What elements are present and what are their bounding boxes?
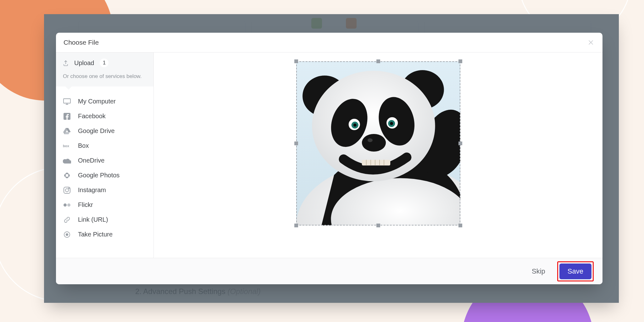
source-item-label: OneDrive <box>78 157 104 164</box>
preview-area <box>154 53 602 258</box>
source-item-link[interactable]: Link (URL) <box>56 212 153 227</box>
crop-handle-br[interactable] <box>458 224 462 227</box>
instagram-icon <box>63 187 71 194</box>
source-list: My ComputerFacebookGoogle DriveboxBoxOne… <box>56 86 153 244</box>
link-icon <box>63 216 71 223</box>
crop-handle-ml[interactable] <box>294 142 298 145</box>
gdrive-icon <box>63 128 71 135</box>
source-item-facebook[interactable]: Facebook <box>56 109 153 124</box>
source-item-gphotos[interactable]: Google Photos <box>56 168 153 183</box>
crop-handle-tl[interactable] <box>294 59 298 63</box>
close-icon[interactable] <box>587 39 595 46</box>
svg-point-4 <box>65 189 69 192</box>
camera-icon <box>63 231 71 238</box>
tab-upload-label: Upload <box>74 59 94 67</box>
source-item-label: Flickr <box>78 201 93 208</box>
source-item-label: Box <box>78 142 89 149</box>
crop-handle-tm[interactable] <box>376 59 380 63</box>
save-highlight: Save <box>557 261 594 281</box>
crop-selection[interactable] <box>296 61 460 225</box>
skip-button[interactable]: Skip <box>530 265 547 278</box>
monitor-icon <box>63 98 71 105</box>
crop-handle-bl[interactable] <box>294 224 298 227</box>
source-item-gdrive[interactable]: Google Drive <box>56 124 153 138</box>
upload-count-badge: 1 <box>100 58 108 67</box>
modal-header: Choose File <box>56 33 602 53</box>
onedrive-icon <box>63 157 71 164</box>
source-item-instagram[interactable]: Instagram <box>56 183 153 197</box>
choose-file-modal: Choose File Upload 1 Or choose one of se… <box>56 33 602 284</box>
tab-upload[interactable]: Upload 1 <box>56 53 153 73</box>
crop-handle-mr[interactable] <box>458 142 462 145</box>
sidebar-hint: Or choose one of services below. <box>56 73 153 86</box>
crop-handle-tr[interactable] <box>458 59 462 63</box>
source-item-label: Instagram <box>78 186 106 194</box>
source-item-camera[interactable]: Take Picture <box>56 227 153 242</box>
modal-footer: Skip Save <box>56 258 602 284</box>
source-item-label: Take Picture <box>78 231 113 238</box>
flickr-icon <box>63 202 71 208</box>
box-icon: box <box>63 142 71 149</box>
save-button[interactable]: Save <box>559 264 591 279</box>
svg-rect-0 <box>64 99 70 103</box>
modal-title: Choose File <box>64 39 99 46</box>
source-item-box[interactable]: boxBox <box>56 138 153 153</box>
svg-point-9 <box>66 233 68 236</box>
source-item-label: Facebook <box>78 113 106 120</box>
svg-point-6 <box>64 203 67 207</box>
image-crop-frame[interactable] <box>296 61 460 225</box>
source-item-onedrive[interactable]: OneDrive <box>56 153 153 168</box>
source-item-monitor[interactable]: My Computer <box>56 94 153 109</box>
crop-handle-bm[interactable] <box>376 224 380 227</box>
facebook-icon <box>63 113 71 120</box>
source-item-label: My Computer <box>78 98 116 105</box>
svg-point-5 <box>69 188 69 189</box>
source-item-flickr[interactable]: Flickr <box>56 197 153 212</box>
source-item-label: Google Drive <box>78 127 115 135</box>
source-item-label: Google Photos <box>78 172 119 179</box>
source-item-label: Link (URL) <box>78 216 108 223</box>
stage: Typical Site Wordpress Plugin or Website… <box>0 0 644 322</box>
modal-body: Upload 1 Or choose one of services below… <box>56 53 602 258</box>
upload-icon <box>63 60 69 66</box>
source-sidebar: Upload 1 Or choose one of services below… <box>56 53 154 258</box>
svg-point-7 <box>67 203 70 207</box>
svg-text:box: box <box>63 144 69 148</box>
gphotos-icon <box>63 172 71 179</box>
